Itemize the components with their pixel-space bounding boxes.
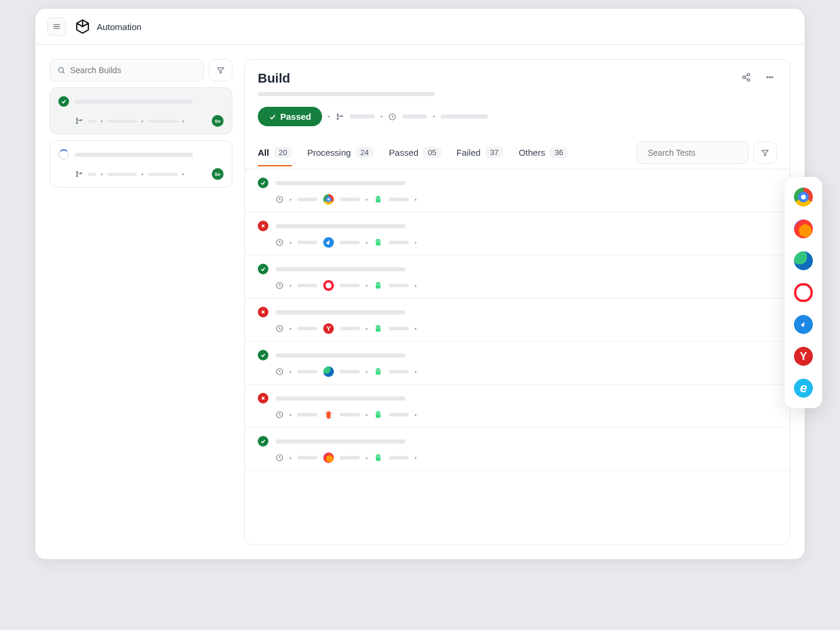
tab-others[interactable]: Others36 (519, 140, 567, 166)
clock-icon (275, 454, 284, 462)
test-row[interactable] (245, 385, 790, 428)
safari-icon (794, 315, 813, 334)
build-status-row: Passed (258, 107, 777, 137)
svg-point-29 (379, 197, 379, 198)
x-icon (258, 307, 268, 317)
edge-button[interactable] (793, 250, 814, 271)
tests-search-row (636, 137, 777, 169)
builds-search[interactable] (50, 59, 204, 81)
android-icon (373, 281, 383, 290)
yandex-button[interactable] (793, 346, 814, 367)
check-icon (268, 113, 277, 121)
framework-badge: Se (212, 168, 224, 180)
logo: Automation (74, 18, 142, 35)
check-icon (258, 436, 268, 447)
clock-icon (275, 324, 284, 333)
tests-filter-button[interactable] (753, 142, 777, 164)
android-icon (373, 453, 383, 462)
android-icon (373, 410, 383, 419)
more-button[interactable] (763, 70, 777, 86)
clock-icon (275, 195, 284, 204)
clock-icon (275, 411, 284, 419)
svg-point-36 (376, 283, 377, 284)
test-row[interactable] (245, 428, 790, 471)
svg-marker-5 (218, 68, 224, 73)
app-window: Automation Se (35, 9, 805, 559)
build-card[interactable]: Se (50, 140, 232, 188)
tab-count: 24 (356, 147, 373, 158)
svg-point-3 (58, 67, 63, 72)
clock-icon (275, 281, 284, 290)
x-icon (258, 393, 268, 403)
framework-badge: Se (212, 115, 224, 127)
opera-button[interactable] (793, 282, 814, 303)
test-row[interactable] (245, 212, 790, 255)
edge-icon (323, 366, 334, 377)
yandex-icon (794, 347, 813, 366)
svg-point-18 (769, 77, 770, 78)
ie-button[interactable] (793, 378, 814, 399)
svg-point-21 (337, 118, 338, 119)
builds-filter-button[interactable] (209, 59, 232, 81)
opera-icon (323, 280, 334, 291)
test-row[interactable] (245, 342, 790, 385)
test-row[interactable] (245, 255, 790, 298)
chrome-icon (323, 194, 334, 205)
clock-icon (275, 238, 284, 247)
svg-line-15 (745, 75, 748, 77)
tab-failed[interactable]: Failed37 (457, 140, 503, 166)
app-title: Automation (97, 22, 142, 32)
svg-point-41 (376, 326, 377, 327)
check-icon (258, 350, 268, 360)
status-label: Passed (280, 111, 311, 122)
tab-processing[interactable]: Processing24 (307, 140, 374, 166)
firefox-button[interactable] (793, 218, 814, 239)
spinner-icon (58, 149, 69, 160)
filter-icon (761, 149, 769, 157)
svg-point-6 (76, 118, 77, 119)
build-card[interactable]: Se (50, 87, 232, 134)
svg-point-49 (376, 412, 377, 413)
tests-search-input[interactable] (648, 148, 751, 158)
android-icon (373, 195, 383, 204)
check-icon (258, 178, 268, 188)
tab-all[interactable]: All20 (258, 140, 292, 166)
clock-icon (388, 113, 396, 121)
logo-icon (74, 18, 91, 35)
tab-passed[interactable]: Passed05 (389, 140, 441, 166)
share-button[interactable] (739, 70, 753, 86)
svg-point-17 (767, 77, 768, 78)
chrome-button[interactable] (793, 186, 814, 208)
tab-count: 20 (274, 147, 291, 158)
safari-icon (323, 237, 334, 248)
build-header: Build Passed (245, 60, 790, 137)
branch-icon (75, 117, 83, 125)
safari-button[interactable] (793, 314, 814, 335)
tab-label: All (258, 147, 269, 158)
opera-icon (794, 283, 813, 302)
menu-button[interactable] (47, 17, 66, 36)
test-row[interactable] (245, 169, 790, 212)
svg-point-33 (376, 240, 377, 241)
svg-point-52 (376, 455, 377, 456)
chrome-icon (794, 188, 813, 206)
builds-search-input[interactable] (70, 65, 196, 75)
tests-search[interactable] (636, 142, 749, 164)
build-title: Build (258, 71, 290, 86)
clock-icon (275, 368, 284, 376)
svg-point-42 (379, 326, 379, 327)
test-row[interactable] (245, 298, 790, 342)
check-icon (58, 96, 69, 107)
tabs-row: All20Processing24Passed05Failed37Others3… (245, 137, 790, 169)
firefox-icon (794, 219, 813, 238)
tab-label: Others (519, 147, 545, 158)
tabs: All20Processing24Passed05Failed37Others3… (258, 140, 622, 166)
main-panel: Build Passed (244, 59, 790, 545)
svg-point-34 (379, 240, 379, 241)
tab-label: Failed (457, 147, 481, 158)
tab-count: 37 (485, 147, 503, 158)
menu-icon (52, 22, 61, 31)
tab-count: 05 (423, 147, 441, 158)
svg-point-9 (76, 171, 77, 172)
browser-panel (785, 177, 822, 408)
